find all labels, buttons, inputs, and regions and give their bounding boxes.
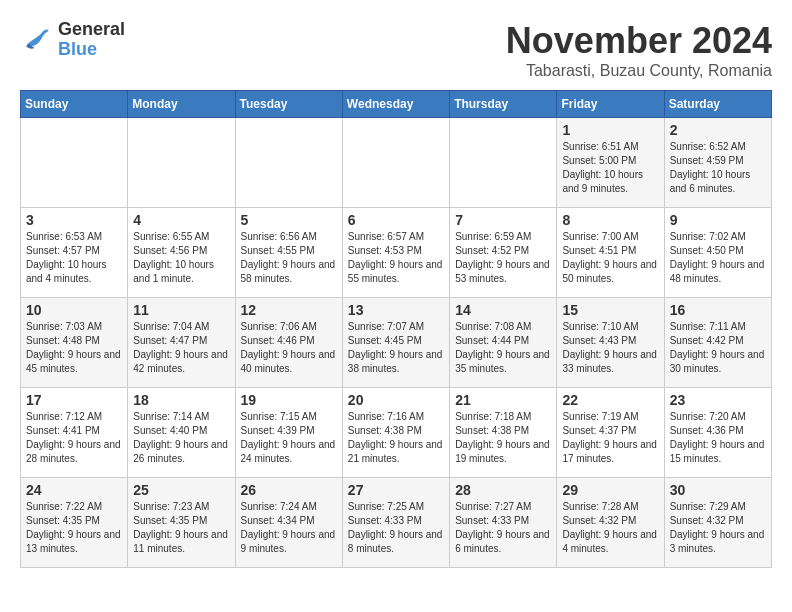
day-info: Sunrise: 7:25 AM Sunset: 4:33 PM Dayligh… xyxy=(348,500,444,556)
title-block: November 2024 Tabarasti, Buzau County, R… xyxy=(506,20,772,80)
day-number: 22 xyxy=(562,392,658,408)
calendar-cell: 2Sunrise: 6:52 AM Sunset: 4:59 PM Daylig… xyxy=(664,118,771,208)
month-title: November 2024 xyxy=(506,20,772,62)
calendar-cell: 22Sunrise: 7:19 AM Sunset: 4:37 PM Dayli… xyxy=(557,388,664,478)
day-info: Sunrise: 7:04 AM Sunset: 4:47 PM Dayligh… xyxy=(133,320,229,376)
logo: General Blue xyxy=(20,20,125,60)
day-number: 7 xyxy=(455,212,551,228)
weekday-header-tuesday: Tuesday xyxy=(235,91,342,118)
calendar-cell: 1Sunrise: 6:51 AM Sunset: 5:00 PM Daylig… xyxy=(557,118,664,208)
day-number: 27 xyxy=(348,482,444,498)
calendar-cell: 29Sunrise: 7:28 AM Sunset: 4:32 PM Dayli… xyxy=(557,478,664,568)
calendar-cell: 27Sunrise: 7:25 AM Sunset: 4:33 PM Dayli… xyxy=(342,478,449,568)
day-info: Sunrise: 6:51 AM Sunset: 5:00 PM Dayligh… xyxy=(562,140,658,196)
calendar-cell: 24Sunrise: 7:22 AM Sunset: 4:35 PM Dayli… xyxy=(21,478,128,568)
day-info: Sunrise: 6:57 AM Sunset: 4:53 PM Dayligh… xyxy=(348,230,444,286)
day-info: Sunrise: 7:29 AM Sunset: 4:32 PM Dayligh… xyxy=(670,500,766,556)
day-info: Sunrise: 6:59 AM Sunset: 4:52 PM Dayligh… xyxy=(455,230,551,286)
day-info: Sunrise: 7:19 AM Sunset: 4:37 PM Dayligh… xyxy=(562,410,658,466)
week-row-4: 24Sunrise: 7:22 AM Sunset: 4:35 PM Dayli… xyxy=(21,478,772,568)
calendar-cell xyxy=(128,118,235,208)
day-info: Sunrise: 7:11 AM Sunset: 4:42 PM Dayligh… xyxy=(670,320,766,376)
calendar-cell: 25Sunrise: 7:23 AM Sunset: 4:35 PM Dayli… xyxy=(128,478,235,568)
day-number: 23 xyxy=(670,392,766,408)
day-number: 2 xyxy=(670,122,766,138)
day-info: Sunrise: 7:02 AM Sunset: 4:50 PM Dayligh… xyxy=(670,230,766,286)
calendar-cell: 19Sunrise: 7:15 AM Sunset: 4:39 PM Dayli… xyxy=(235,388,342,478)
day-info: Sunrise: 7:23 AM Sunset: 4:35 PM Dayligh… xyxy=(133,500,229,556)
weekday-header-thursday: Thursday xyxy=(450,91,557,118)
day-info: Sunrise: 7:22 AM Sunset: 4:35 PM Dayligh… xyxy=(26,500,122,556)
calendar-cell xyxy=(21,118,128,208)
weekday-header-monday: Monday xyxy=(128,91,235,118)
week-row-0: 1Sunrise: 6:51 AM Sunset: 5:00 PM Daylig… xyxy=(21,118,772,208)
day-info: Sunrise: 6:53 AM Sunset: 4:57 PM Dayligh… xyxy=(26,230,122,286)
day-info: Sunrise: 7:18 AM Sunset: 4:38 PM Dayligh… xyxy=(455,410,551,466)
calendar-cell: 13Sunrise: 7:07 AM Sunset: 4:45 PM Dayli… xyxy=(342,298,449,388)
calendar-cell: 14Sunrise: 7:08 AM Sunset: 4:44 PM Dayli… xyxy=(450,298,557,388)
day-number: 13 xyxy=(348,302,444,318)
calendar-cell: 12Sunrise: 7:06 AM Sunset: 4:46 PM Dayli… xyxy=(235,298,342,388)
calendar-table: SundayMondayTuesdayWednesdayThursdayFrid… xyxy=(20,90,772,568)
day-info: Sunrise: 7:16 AM Sunset: 4:38 PM Dayligh… xyxy=(348,410,444,466)
weekday-header-friday: Friday xyxy=(557,91,664,118)
day-number: 11 xyxy=(133,302,229,318)
calendar-cell: 5Sunrise: 6:56 AM Sunset: 4:55 PM Daylig… xyxy=(235,208,342,298)
calendar-cell: 11Sunrise: 7:04 AM Sunset: 4:47 PM Dayli… xyxy=(128,298,235,388)
day-info: Sunrise: 7:10 AM Sunset: 4:43 PM Dayligh… xyxy=(562,320,658,376)
day-number: 8 xyxy=(562,212,658,228)
day-info: Sunrise: 7:14 AM Sunset: 4:40 PM Dayligh… xyxy=(133,410,229,466)
calendar-cell: 23Sunrise: 7:20 AM Sunset: 4:36 PM Dayli… xyxy=(664,388,771,478)
day-number: 16 xyxy=(670,302,766,318)
day-info: Sunrise: 7:12 AM Sunset: 4:41 PM Dayligh… xyxy=(26,410,122,466)
day-number: 4 xyxy=(133,212,229,228)
calendar-cell: 7Sunrise: 6:59 AM Sunset: 4:52 PM Daylig… xyxy=(450,208,557,298)
day-number: 3 xyxy=(26,212,122,228)
calendar-cell xyxy=(342,118,449,208)
day-number: 30 xyxy=(670,482,766,498)
day-number: 26 xyxy=(241,482,337,498)
day-info: Sunrise: 7:07 AM Sunset: 4:45 PM Dayligh… xyxy=(348,320,444,376)
day-info: Sunrise: 7:27 AM Sunset: 4:33 PM Dayligh… xyxy=(455,500,551,556)
calendar-cell: 20Sunrise: 7:16 AM Sunset: 4:38 PM Dayli… xyxy=(342,388,449,478)
week-row-2: 10Sunrise: 7:03 AM Sunset: 4:48 PM Dayli… xyxy=(21,298,772,388)
day-info: Sunrise: 7:28 AM Sunset: 4:32 PM Dayligh… xyxy=(562,500,658,556)
day-info: Sunrise: 7:00 AM Sunset: 4:51 PM Dayligh… xyxy=(562,230,658,286)
calendar-cell: 10Sunrise: 7:03 AM Sunset: 4:48 PM Dayli… xyxy=(21,298,128,388)
day-number: 17 xyxy=(26,392,122,408)
day-number: 28 xyxy=(455,482,551,498)
day-info: Sunrise: 7:15 AM Sunset: 4:39 PM Dayligh… xyxy=(241,410,337,466)
day-number: 12 xyxy=(241,302,337,318)
day-number: 10 xyxy=(26,302,122,318)
day-info: Sunrise: 7:24 AM Sunset: 4:34 PM Dayligh… xyxy=(241,500,337,556)
week-row-1: 3Sunrise: 6:53 AM Sunset: 4:57 PM Daylig… xyxy=(21,208,772,298)
logo-text: General Blue xyxy=(58,20,125,60)
calendar-cell: 9Sunrise: 7:02 AM Sunset: 4:50 PM Daylig… xyxy=(664,208,771,298)
weekday-header-wednesday: Wednesday xyxy=(342,91,449,118)
calendar-cell: 21Sunrise: 7:18 AM Sunset: 4:38 PM Dayli… xyxy=(450,388,557,478)
day-number: 20 xyxy=(348,392,444,408)
logo-icon xyxy=(20,24,52,56)
location: Tabarasti, Buzau County, Romania xyxy=(506,62,772,80)
day-info: Sunrise: 7:08 AM Sunset: 4:44 PM Dayligh… xyxy=(455,320,551,376)
logo-blue: Blue xyxy=(58,40,125,60)
day-info: Sunrise: 7:06 AM Sunset: 4:46 PM Dayligh… xyxy=(241,320,337,376)
calendar-cell xyxy=(235,118,342,208)
calendar-cell: 30Sunrise: 7:29 AM Sunset: 4:32 PM Dayli… xyxy=(664,478,771,568)
day-info: Sunrise: 7:03 AM Sunset: 4:48 PM Dayligh… xyxy=(26,320,122,376)
calendar-cell: 28Sunrise: 7:27 AM Sunset: 4:33 PM Dayli… xyxy=(450,478,557,568)
day-number: 14 xyxy=(455,302,551,318)
day-number: 6 xyxy=(348,212,444,228)
calendar-cell: 26Sunrise: 7:24 AM Sunset: 4:34 PM Dayli… xyxy=(235,478,342,568)
day-number: 19 xyxy=(241,392,337,408)
day-number: 1 xyxy=(562,122,658,138)
calendar-cell: 4Sunrise: 6:55 AM Sunset: 4:56 PM Daylig… xyxy=(128,208,235,298)
day-number: 18 xyxy=(133,392,229,408)
calendar-cell: 6Sunrise: 6:57 AM Sunset: 4:53 PM Daylig… xyxy=(342,208,449,298)
page-header: General Blue November 2024 Tabarasti, Bu… xyxy=(20,20,772,80)
calendar-cell: 16Sunrise: 7:11 AM Sunset: 4:42 PM Dayli… xyxy=(664,298,771,388)
day-number: 25 xyxy=(133,482,229,498)
weekday-header-saturday: Saturday xyxy=(664,91,771,118)
logo-general: General xyxy=(58,20,125,40)
calendar-cell: 3Sunrise: 6:53 AM Sunset: 4:57 PM Daylig… xyxy=(21,208,128,298)
